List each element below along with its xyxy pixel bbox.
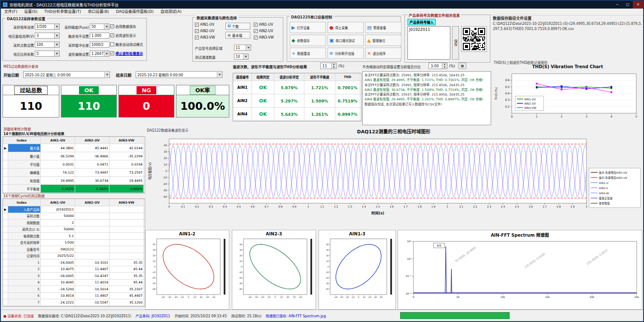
start-date-picker[interactable]: 2025-10-22 星期三 0:00:00▼ [23,71,110,78]
cell[interactable] [75,220,109,226]
table-row[interactable]: 周期数图2 [3,220,145,226]
cell[interactable]: 74.122 [41,169,75,176]
table-row[interactable]: 5-24.5200-10.501435.2207 [3,286,145,293]
table-row[interactable]: 最小值-36.5299-36.4966-35.2299 [3,152,145,160]
close-button[interactable]: ✕ [633,1,643,9]
cell[interactable]: 73.9997 [75,169,109,176]
table-row[interactable]: 1-24.0005-10.310135.35 [3,259,145,266]
cell[interactable] [75,240,109,246]
cell[interactable] [75,213,109,220]
device-button-停止采集[interactable]: ●停止采集 [328,22,364,33]
cell[interactable] [75,206,109,213]
checkbox-AIN3-VW[interactable]: ✓AIN3-VW [254,36,274,39]
checkbox-AIN3-VW[interactable]: ✓AIN3-VW [195,36,215,39]
checkbox-启用波形显示[interactable]: ✓启用波形显示 [110,33,136,38]
thd-row[interactable]: AIN4OK5.643%1.261%0.8997% [233,108,361,121]
table-row[interactable]: 信号采样频率1/500 [3,240,145,247]
cell[interactable] [109,240,144,246]
checkbox-icon[interactable]: ✓ [110,51,114,55]
cell[interactable]: 0.0031 [41,160,75,168]
checkbox-icon[interactable]: ✓ [254,29,258,33]
table-row[interactable]: 610.401411.440745.4407 [3,293,145,300]
cell[interactable]: -10.5547 [75,299,109,306]
checkbox-icon[interactable]: ✓ [110,33,114,37]
cell[interactable]: -36.5299 [41,152,75,160]
cell[interactable]: 50000 [41,213,75,220]
end-date-picker[interactable]: 2025-10-23 星期四 0:00:00▼ [136,71,222,78]
cell[interactable]: 42.0144 [109,144,144,152]
cell[interactable]: 35.35 [109,259,144,266]
harmonic-spinner[interactable]: 11 ▲▼ [320,63,337,69]
cell[interactable]: 1/500 [41,240,75,246]
table-row[interactable]: 设备型号DAQ122 [3,246,145,253]
table-row[interactable]: ▶最大值44.389145.444142.0144 [3,144,145,152]
cell[interactable] [75,253,109,259]
cell[interactable] [109,226,144,233]
device-button-警报查看[interactable]: ▤警报查看 [365,22,401,33]
cell[interactable]: 0.342% [75,185,109,193]
spin-down-icon[interactable]: ▼ [442,66,447,69]
cell[interactable]: 5.1 [41,233,75,239]
cell[interactable]: -10.5014 [75,286,109,292]
cell[interactable]: 35.35 [109,273,144,279]
calendar-dropdown-icon[interactable]: ▼ [104,72,109,77]
cell[interactable]: 35.2207 [109,286,144,292]
cell[interactable]: DAQ122 [41,246,75,253]
cell[interactable]: 11.4014 [75,280,109,286]
checkbox-icon[interactable]: ✓ [254,23,258,27]
menu-item-5[interactable]: 自动测试(A) [157,9,185,15]
menu-item-2[interactable]: THD分析参数设置(T) [41,9,85,15]
model-select[interactable]: 11▼ [234,45,251,51]
chevron-down-icon[interactable]: ▼ [243,54,248,59]
table-row[interactable]: 不平衡度0.342%0.342%-0.664% [3,185,145,193]
cell[interactable]: -35.2299 [109,152,144,160]
cell[interactable]: 35.1200 [109,299,144,306]
cell[interactable] [75,226,109,233]
cell[interactable]: -24.5200 [41,286,75,292]
table-row[interactable]: 峰峰值74.12273.999773.2597 [3,169,145,177]
chart-view-button[interactable]: ▦ [459,63,466,69]
cell[interactable]: -0.664% [109,185,144,193]
minimize-button[interactable]: ─ [612,1,623,9]
thd-row[interactable]: AIN2OK5.297%1.509%0.7519% [233,94,361,108]
cell[interactable]: 2 [41,220,75,226]
maximize-button[interactable]: □ [623,1,633,9]
cell[interactable]: 45.4407 [109,293,144,299]
spin-down-icon[interactable]: ▼ [331,66,336,69]
device-button-打开设备[interactable]: ▶打开设备 [290,22,326,33]
device-button-分析断开连接[interactable]: ≡分析断开连接 [328,48,364,59]
cell[interactable] [109,253,144,259]
device-button-数据重连[interactable]: +数据重连 [290,48,326,59]
cell[interactable]: -24.0005 [41,273,75,279]
menu-item-3[interactable]: 串口设置(B) [85,9,112,15]
cell[interactable] [109,220,144,226]
checkbox-停止波形处理显示[interactable]: ✓停止波形处理显示 [110,51,143,56]
cell[interactable]: 10.4045 [41,280,75,286]
cell[interactable]: 11.4407 [75,266,109,273]
checkbox-icon[interactable]: ✓ [195,36,199,39]
threshold-spinner[interactable]: 3.00 ▲▼ [428,63,447,69]
cell[interactable]: 0.0471 [75,160,109,168]
checkbox-AIN2-UV[interactable]: ✓AIN2-UV [254,29,274,33]
button-基本值[interactable]: ≡基本值 [225,32,250,39]
checkbox-AIN1-UV[interactable]: ✓AIN1-UV [195,23,215,27]
analysis-log[interactable]: 本次FFT计算采样点数为: 25991, 频率分辨率: 215.4506, 26… [362,71,491,125]
table-row[interactable]: 3-24.0005-10.424735.35 [3,273,145,280]
menu-item-4[interactable]: DAQ设备操作面板(D) [112,9,157,15]
count-select[interactable]: 10▼ [234,54,249,60]
cell[interactable]: 30.6734 [75,177,109,184]
title-bar[interactable]: 双相电机测试 - DAQ122三相电压数据采集与THD分析软件平台 ─ □ ✕ [1,1,643,9]
cell[interactable]: -10.4247 [75,273,109,279]
device-button-管理复位[interactable]: ▲管理复位 [365,35,401,46]
cell[interactable]: 10.4075 [41,266,75,273]
cell[interactable]: 73.2597 [109,169,144,176]
device-button-退出程序[interactable]: ×退出程序 [365,48,401,59]
device-button-参数保存[interactable]: ◆参数保存 [290,35,326,46]
checkbox-icon[interactable] [110,42,114,46]
cell[interactable]: 11.4407 [75,293,109,299]
cell[interactable] [75,233,109,239]
checkbox-启用数据保存[interactable]: ✓启用数据保存 [110,24,136,29]
cell[interactable] [75,246,109,253]
table-row[interactable]: 410.404511.401445.44 [3,280,145,286]
table-row[interactable]: ▶入库产品码J0192Z011 [3,206,145,213]
